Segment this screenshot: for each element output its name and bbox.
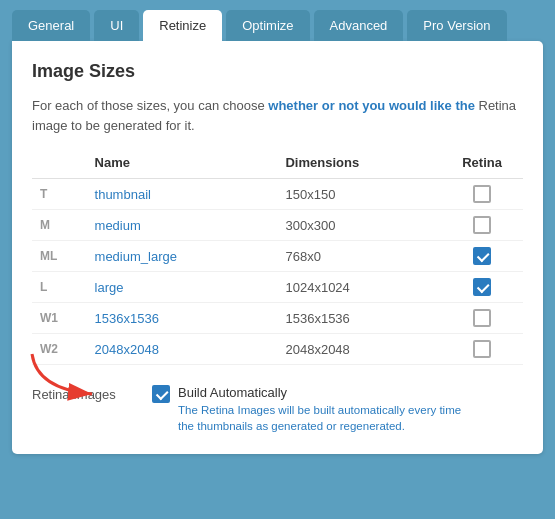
row-key: T [32, 179, 87, 210]
row-retina-checkbox[interactable] [473, 247, 491, 265]
row-retina-checkbox[interactable] [473, 278, 491, 296]
row-name: 1536x1536 [87, 303, 278, 334]
row-name-link[interactable]: medium [95, 218, 141, 233]
red-arrow [22, 349, 112, 404]
row-key: L [32, 272, 87, 303]
table-row: MLmedium_large768x0 [32, 241, 523, 272]
sizes-table: Name Dimensions Retina Tthumbnail150x150… [32, 151, 523, 365]
row-dimensions: 2048x2048 [277, 334, 441, 365]
description: For each of those sizes, you can choose … [32, 96, 523, 135]
row-retina [441, 303, 523, 334]
row-name: 2048x2048 [87, 334, 278, 365]
row-key: M [32, 210, 87, 241]
row-name-link[interactable]: large [95, 280, 124, 295]
row-key: W1 [32, 303, 87, 334]
col-dimensions-header: Dimensions [277, 151, 441, 179]
row-retina-checkbox[interactable] [473, 216, 491, 234]
col-name-header: Name [87, 151, 278, 179]
row-name-link[interactable]: 1536x1536 [95, 311, 159, 326]
row-dimensions: 1024x1024 [277, 272, 441, 303]
retina-auto-title: Build Automatically [178, 385, 478, 400]
row-name: medium [87, 210, 278, 241]
row-dimensions: 150x150 [277, 179, 441, 210]
section-title: Image Sizes [32, 61, 523, 82]
row-name: medium_large [87, 241, 278, 272]
tab-general[interactable]: General [12, 10, 90, 41]
tab-ui[interactable]: UI [94, 10, 139, 41]
row-key: ML [32, 241, 87, 272]
tab-bar: General UI Retinize Optimize Advanced Pr… [0, 0, 555, 41]
row-retina [441, 272, 523, 303]
row-retina [441, 210, 523, 241]
row-retina [441, 241, 523, 272]
row-dimensions: 768x0 [277, 241, 441, 272]
row-dimensions: 300x300 [277, 210, 441, 241]
row-retina-checkbox[interactable] [473, 185, 491, 203]
main-area: Image Sizes For each of those sizes, you… [0, 41, 555, 466]
col-key-header [32, 151, 87, 179]
tab-optimize[interactable]: Optimize [226, 10, 309, 41]
tab-retinize[interactable]: Retinize [143, 10, 222, 41]
retina-images-row: Retina Images Build Automatically The Re… [32, 385, 523, 434]
table-row: Tthumbnail150x150 [32, 179, 523, 210]
retina-auto-text: Build Automatically The Retina Images wi… [178, 385, 478, 434]
col-retina-header: Retina [441, 151, 523, 179]
table-row: W11536x15361536x1536 [32, 303, 523, 334]
table-row: Llarge1024x1024 [32, 272, 523, 303]
row-dimensions: 1536x1536 [277, 303, 441, 334]
retina-auto-desc: The Retina Images will be built automati… [178, 402, 478, 434]
row-name: large [87, 272, 278, 303]
row-retina-checkbox[interactable] [473, 309, 491, 327]
tab-pro-version[interactable]: Pro Version [407, 10, 506, 41]
row-name: thumbnail [87, 179, 278, 210]
row-retina [441, 179, 523, 210]
row-retina [441, 334, 523, 365]
retina-auto: Build Automatically The Retina Images wi… [152, 385, 478, 434]
retina-auto-checkbox[interactable] [152, 385, 170, 403]
row-name-link[interactable]: medium_large [95, 249, 177, 264]
table-row: Mmedium300x300 [32, 210, 523, 241]
description-highlight: whether or not you would like the [268, 98, 475, 113]
tab-advanced[interactable]: Advanced [314, 10, 404, 41]
row-name-link[interactable]: thumbnail [95, 187, 151, 202]
row-retina-checkbox[interactable] [473, 340, 491, 358]
card: Image Sizes For each of those sizes, you… [12, 41, 543, 454]
